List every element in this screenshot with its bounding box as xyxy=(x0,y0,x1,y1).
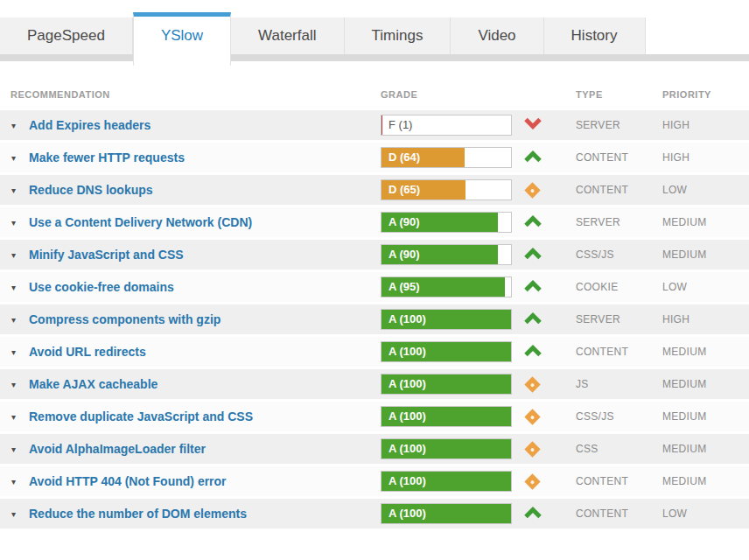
column-header-recommendation: RECOMMENDATION xyxy=(0,89,381,100)
recommendation-cell: ▾ Avoid HTTP 404 (Not Found) error xyxy=(0,474,381,488)
trend-cell xyxy=(521,279,576,296)
recommendation-link[interactable]: Compress components with gzip xyxy=(29,312,220,326)
grade-label: D (64) xyxy=(388,148,420,167)
grade-cell: A (90) xyxy=(381,244,521,265)
grade-cell: A (100) xyxy=(381,503,521,524)
trend-cell xyxy=(521,379,576,390)
grade-label: A (100) xyxy=(388,504,426,523)
type-label: SERVER xyxy=(576,216,662,228)
grade-cell: F (1) xyxy=(381,115,521,136)
table-row: ▾ Make AJAX cacheable A (100) JS MEDIUM xyxy=(0,369,749,402)
grade-cell: D (65) xyxy=(381,179,521,200)
trend-cell xyxy=(521,150,576,166)
recommendation-link[interactable]: Avoid HTTP 404 (Not Found) error xyxy=(29,474,227,488)
table-row: ▾ Reduce DNS lookups D (65) CONTENT LOW xyxy=(0,175,749,207)
expand-caret-icon[interactable]: ▾ xyxy=(11,509,29,519)
recommendation-link[interactable]: Avoid AlphaImageLoader filter xyxy=(29,442,206,456)
trend-cell xyxy=(521,344,576,360)
trend-up-icon xyxy=(524,279,542,292)
table-row: ▾ Remove duplicate JavaScript and CSS A … xyxy=(0,402,749,434)
grade-bar: A (100) xyxy=(381,471,512,492)
trend-cell xyxy=(521,506,576,522)
tab-video[interactable]: Video xyxy=(451,18,543,54)
trend-cell xyxy=(521,476,576,487)
grade-label: A (100) xyxy=(388,342,426,361)
trend-neutral-icon xyxy=(524,441,540,457)
grade-bar: D (64) xyxy=(381,147,512,168)
recommendation-link[interactable]: Use cookie-free domains xyxy=(29,280,174,294)
grade-cell: A (100) xyxy=(381,406,521,427)
grade-label: F (1) xyxy=(388,116,412,135)
recommendation-cell: ▾ Add Expires headers xyxy=(0,118,381,132)
trend-cell xyxy=(521,185,576,196)
grade-label: A (100) xyxy=(388,407,426,426)
recommendation-link[interactable]: Make fewer HTTP requests xyxy=(29,150,185,164)
column-header-type: TYPE xyxy=(576,89,662,100)
trend-neutral-icon xyxy=(524,409,540,424)
grade-bar: A (90) xyxy=(381,244,512,265)
recommendation-cell: ▾ Make AJAX cacheable xyxy=(0,377,381,391)
trend-up-icon xyxy=(524,214,542,228)
type-label: CONTENT xyxy=(576,508,662,520)
expand-caret-icon[interactable]: ▾ xyxy=(11,283,29,292)
grade-bar: A (100) xyxy=(381,406,512,427)
expand-caret-icon[interactable]: ▾ xyxy=(11,347,29,357)
recommendation-cell: ▾ Reduce the number of DOM elements xyxy=(0,507,381,521)
grade-cell: A (100) xyxy=(381,438,521,459)
expand-caret-icon[interactable]: ▾ xyxy=(11,315,29,325)
type-label: CSS/JS xyxy=(576,410,662,423)
expand-caret-icon[interactable]: ▾ xyxy=(11,186,29,195)
table-header-row: RECOMMENDATION GRADE TYPE PRIORITY xyxy=(0,78,749,110)
grade-cell: D (64) xyxy=(381,147,521,168)
type-label: CSS xyxy=(576,443,662,455)
type-label: CONTENT xyxy=(576,475,662,487)
expand-caret-icon[interactable]: ▾ xyxy=(11,121,29,130)
priority-label: MEDIUM xyxy=(662,216,749,228)
table-row: ▾ Avoid URL redirects A (100) CONTENT ME… xyxy=(0,337,749,369)
recommendation-link[interactable]: Minify JavaScript and CSS xyxy=(29,248,184,262)
recommendation-link[interactable]: Avoid URL redirects xyxy=(29,345,146,359)
grade-label: D (65) xyxy=(388,180,420,200)
grade-label: A (95) xyxy=(388,277,420,297)
expand-caret-icon[interactable]: ▾ xyxy=(11,218,29,228)
table-row: ▾ Use cookie-free domains A (95) COOKIE … xyxy=(0,272,749,304)
recommendation-cell: ▾ Remove duplicate JavaScript and CSS xyxy=(0,410,381,424)
expand-caret-icon[interactable]: ▾ xyxy=(11,250,29,260)
recommendation-link[interactable]: Reduce the number of DOM elements xyxy=(29,507,247,521)
expand-caret-icon[interactable]: ▾ xyxy=(11,380,29,389)
recommendation-link[interactable]: Reduce DNS lookups xyxy=(29,183,153,197)
tab-pagespeed[interactable]: PageSpeed xyxy=(0,18,133,54)
expand-caret-icon[interactable]: ▾ xyxy=(11,477,29,486)
grade-bar: A (100) xyxy=(381,309,512,330)
type-label: CSS/JS xyxy=(576,248,662,261)
expand-caret-icon[interactable]: ▾ xyxy=(11,412,29,422)
tab-history[interactable]: History xyxy=(544,18,646,54)
grade-cell: A (100) xyxy=(381,341,521,362)
recommendation-link[interactable]: Remove duplicate JavaScript and CSS xyxy=(29,410,253,424)
grade-bar: A (100) xyxy=(381,341,512,362)
column-header-priority: PRIORITY xyxy=(662,89,749,100)
grade-cell: A (100) xyxy=(381,374,521,395)
recommendation-cell: ▾ Use cookie-free domains xyxy=(0,280,381,294)
recommendation-link[interactable]: Use a Content Delivery Network (CDN) xyxy=(29,215,252,229)
trend-cell xyxy=(521,411,576,423)
trend-cell xyxy=(521,117,576,134)
priority-label: MEDIUM xyxy=(662,443,749,455)
tab-bar: PageSpeedYSlowWaterfallTimingsVideoHisto… xyxy=(0,12,749,78)
tab-yslow[interactable]: YSlow xyxy=(133,12,231,66)
tab-timings[interactable]: Timings xyxy=(345,18,452,54)
recommendation-link[interactable]: Add Expires headers xyxy=(29,118,150,132)
grade-label: A (100) xyxy=(388,472,426,491)
recommendation-cell: ▾ Avoid URL redirects xyxy=(0,345,381,359)
tab-waterfall[interactable]: Waterfall xyxy=(231,18,344,54)
priority-label: MEDIUM xyxy=(662,378,749,390)
grade-bar: D (65) xyxy=(381,179,512,200)
recommendation-link[interactable]: Make AJAX cacheable xyxy=(29,377,158,391)
table-row: ▾ Avoid HTTP 404 (Not Found) error A (10… xyxy=(0,466,749,499)
grade-bar: A (95) xyxy=(381,276,512,298)
grade-label: A (90) xyxy=(388,245,420,264)
type-label: COOKIE xyxy=(576,281,662,293)
expand-caret-icon[interactable]: ▾ xyxy=(11,153,29,163)
trend-up-icon xyxy=(524,506,542,519)
expand-caret-icon[interactable]: ▾ xyxy=(11,444,29,454)
